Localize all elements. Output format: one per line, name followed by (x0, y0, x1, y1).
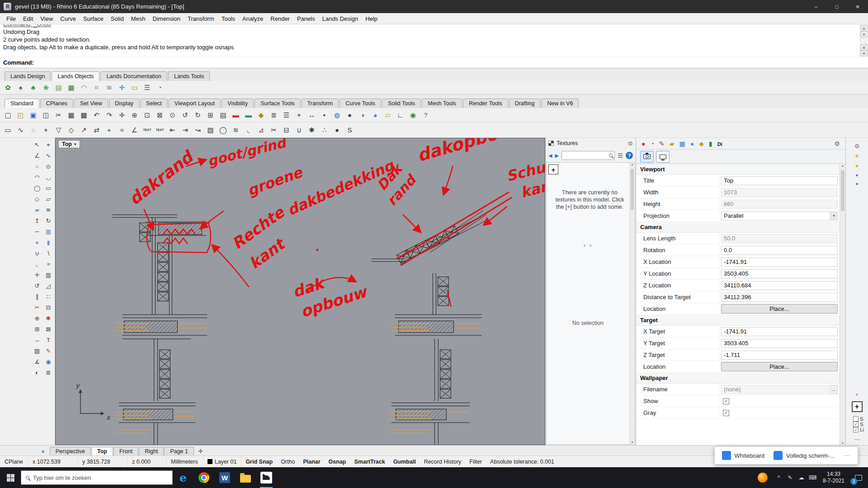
zoom-dynamic-icon[interactable]: ⊕ (128, 109, 141, 121)
dim-linear-icon[interactable]: ⇤ (166, 124, 179, 136)
paste-icon[interactable]: ▩ (78, 109, 90, 121)
y-location-field[interactable]: 3503.405 (721, 269, 838, 278)
rotation-field[interactable]: 0.0 (721, 246, 838, 255)
add-to-selection-icon[interactable]: + (103, 124, 115, 136)
nudge-icon[interactable]: ⇄ (90, 124, 103, 136)
status-tolerance[interactable]: Absolute tolerance: 0.001 (486, 456, 558, 467)
add-panel-button[interactable]: + (852, 401, 863, 412)
tab-cplanes[interactable]: CPlanes (40, 99, 73, 108)
menu-item[interactable]: Mesh (127, 14, 149, 23)
cplane-selector[interactable]: CPlane (0, 456, 28, 467)
ellipse-tool-icon[interactable]: ◯ (32, 183, 42, 193)
toast-fullscreen[interactable]: Volledig scherm-... (774, 451, 835, 460)
x-target-field[interactable]: -1741.91 (721, 327, 838, 336)
flower-icon[interactable]: ❀ (40, 82, 52, 94)
checkbox-icon[interactable]: ✓ (853, 422, 859, 427)
more-options-icon[interactable]: ⋯ (844, 451, 850, 460)
leader-icon[interactable]: ↝ (192, 124, 204, 136)
menu-item[interactable]: Render (267, 14, 293, 23)
blend-icon[interactable]: ≈ (43, 259, 54, 269)
redo-view-icon[interactable]: ↻ (192, 109, 204, 121)
menu-item[interactable]: Lands Design (319, 14, 362, 23)
wallpaper-filename-field[interactable]: (none) (721, 385, 829, 394)
plane-icon[interactable]: ▱ (43, 194, 54, 204)
chevron-down-icon[interactable]: ▾ (830, 212, 837, 220)
tab-display-mode[interactable]: Di (717, 140, 722, 148)
toggle-gumball[interactable]: Gumball (389, 456, 420, 467)
show-icon[interactable]: ▬ (242, 109, 255, 121)
menu-item[interactable]: Tools (218, 14, 239, 23)
text-icon[interactable]: TEXT (141, 124, 153, 136)
maximize-button[interactable]: □ (826, 0, 847, 13)
distance-icon[interactable]: ↔ (306, 109, 318, 121)
vtab-top[interactable]: Top (91, 447, 113, 455)
object-properties-icon[interactable]: ☰ (280, 109, 292, 121)
curve-wiggle-icon[interactable]: ≈ (116, 124, 128, 136)
circle-icon[interactable]: ○ (32, 161, 42, 172)
select-brush-icon[interactable]: ∿ (14, 124, 27, 136)
lock-icon[interactable]: ◆ (255, 109, 267, 121)
toggle-smarttrack[interactable]: SmartTrack (350, 456, 389, 467)
dimension-icon[interactable]: ↔ (32, 335, 42, 345)
zoom-selected-icon[interactable]: ⊙ (166, 109, 179, 121)
curvature-icon[interactable]: S (344, 124, 356, 136)
taskbar-search-input[interactable] (33, 474, 172, 481)
schedule-icon[interactable]: ☰ (141, 82, 153, 94)
select-points-icon[interactable]: ⌖ (43, 140, 54, 150)
menu-item[interactable]: Curve (57, 14, 80, 23)
explorer-taskbar-icon[interactable] (235, 467, 256, 488)
shrub-icon[interactable]: ♣ (27, 82, 39, 94)
minimize-button[interactable]: – (806, 0, 826, 13)
select-point-icon[interactable]: ⌖ (40, 124, 52, 136)
undo-view-icon[interactable]: ↺ (179, 109, 191, 121)
cut-icon[interactable]: ✂ (52, 109, 65, 121)
ellipse-icon[interactable]: ◯ (217, 124, 229, 136)
start-button[interactable] (0, 467, 21, 488)
move-icon[interactable]: ✛ (32, 270, 42, 280)
crossing-select-icon[interactable]: ◇ (65, 124, 77, 136)
target-place-button[interactable]: Place... (721, 362, 838, 371)
tab-lands-design[interactable]: Lands Design (5, 71, 51, 81)
vtab-page1[interactable]: Page 1 (164, 447, 194, 455)
fence-icon[interactable]: ⌗ (90, 82, 103, 94)
split-icon[interactable]: ⊟ (280, 124, 292, 136)
toggle-filter[interactable]: Filter (465, 456, 486, 467)
ungroup-icon[interactable]: ⊠ (43, 324, 54, 334)
command-history[interactable]: Command: _Undo Undoing Drag2 curve point… (0, 24, 868, 57)
earth-anchor-icon[interactable]: ◉ (407, 109, 419, 121)
tab-visibility[interactable]: Visibility (222, 99, 254, 108)
layer-icon[interactable]: ≣ (268, 109, 280, 121)
sphere-small-icon[interactable]: ● (331, 124, 343, 136)
vtab-perspective[interactable]: Perspective (50, 447, 91, 455)
revolve-icon[interactable]: ↻ (43, 216, 54, 226)
new-viewport-tab-icon[interactable]: ✛ (194, 448, 207, 455)
dim-aligned-icon[interactable]: ⇥ (179, 124, 191, 136)
civil-icon[interactable]: ◔ (154, 82, 166, 94)
gear-icon[interactable]: ⚙ (627, 140, 633, 147)
box-icon[interactable]: ▦ (43, 226, 54, 237)
scroll-up-icon[interactable]: ▴ (860, 44, 868, 50)
gumball-icon[interactable]: ◉ (43, 357, 54, 367)
text-tool-icon[interactable]: T (43, 335, 54, 345)
cplane-icon[interactable]: ∟ (394, 109, 406, 121)
offset-icon[interactable]: ≋ (230, 124, 242, 136)
chrome-taskbar-icon[interactable] (193, 467, 214, 488)
scale-icon[interactable]: ◿ (43, 281, 54, 291)
save-icon[interactable]: ▣ (27, 109, 39, 121)
extrude-icon[interactable]: ↥ (32, 216, 42, 226)
move-small-icon[interactable]: ↗ (78, 124, 90, 136)
help-icon[interactable]: ? (420, 109, 432, 121)
collapse-left-icon[interactable]: ‹ (856, 391, 858, 397)
sphere-icon[interactable]: ● (855, 173, 858, 178)
menu-item[interactable]: Dimension (149, 14, 184, 23)
zoom-window-icon[interactable]: ⊡ (141, 109, 153, 121)
split-tool-icon[interactable]: ⊟ (43, 302, 54, 313)
tab-mesh-tools[interactable]: Mesh Tools (422, 99, 462, 108)
tab-drafting[interactable]: Drafting (509, 99, 541, 108)
scroll-up-icon[interactable]: ▴ (860, 25, 868, 31)
menu-item[interactable]: Panels (293, 14, 319, 23)
tab-display[interactable]: Display (109, 99, 139, 108)
explode-icon[interactable]: ✱ (306, 124, 318, 136)
print-icon[interactable]: ◫ (40, 109, 52, 121)
tab-layers-panel[interactable]: ◔ (650, 140, 654, 148)
